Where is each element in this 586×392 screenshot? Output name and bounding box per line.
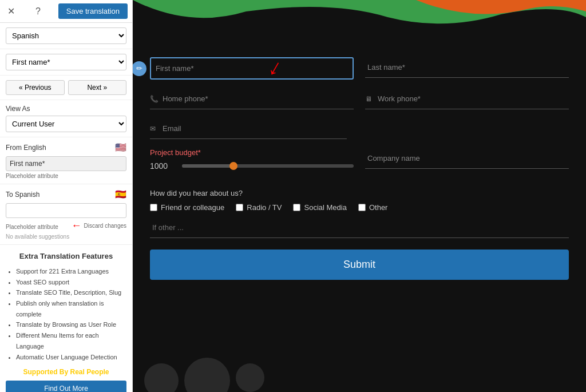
- email-row: ✉: [150, 118, 569, 139]
- list-item: Translate SEO Title, Description, Slug: [16, 287, 126, 298]
- checkbox-friend-input[interactable]: [150, 204, 157, 211]
- checkbox-row: Friend or colleague Radio / TV Social Me…: [150, 203, 569, 212]
- budget-row: 1000: [150, 161, 354, 171]
- checkbox-radio-tv-label: Radio / TV: [247, 203, 282, 212]
- top-bar: ✕ ? Save translation: [0, 0, 132, 23]
- budget-company-row: Project budget* 1000: [150, 148, 569, 180]
- work-phone-input[interactable]: [365, 89, 569, 109]
- checkbox-social-media[interactable]: Social Media: [293, 203, 346, 212]
- to-spanish-note: Placeholder attribute: [6, 224, 58, 230]
- email-icon: ✉: [150, 125, 156, 133]
- edit-pencil-icon[interactable]: ✏: [133, 61, 146, 76]
- work-phone-icon: 🖥: [365, 95, 372, 103]
- english-flag-icon: 🇺🇸: [115, 142, 126, 153]
- view-as-select[interactable]: Current User: [6, 116, 126, 132]
- hear-section: How did you hear about us? Friend or col…: [150, 189, 569, 238]
- home-phone-field: 📞: [150, 89, 354, 109]
- list-item: Yoast SEO support: [16, 277, 126, 288]
- checkbox-radio-tv-input[interactable]: [236, 204, 243, 211]
- help-button[interactable]: ?: [33, 5, 43, 18]
- close-button[interactable]: ✕: [5, 5, 18, 18]
- to-spanish-label: To Spanish: [6, 191, 39, 199]
- from-english-field: [6, 156, 126, 171]
- phone-icon: 📞: [150, 95, 159, 103]
- extra-features-section: Extra Translation Features Support for 2…: [0, 245, 132, 392]
- hear-label: How did you hear about us?: [150, 189, 569, 197]
- checkbox-other[interactable]: Other: [358, 203, 388, 212]
- list-item: Support for 221 Extra Languages: [16, 266, 126, 277]
- checkbox-social-media-input[interactable]: [293, 204, 300, 211]
- from-english-note: Placeholder attribute: [6, 173, 126, 179]
- list-item: Translate by Browsing as User Role: [16, 319, 126, 330]
- wave-decoration: [133, 0, 586, 34]
- view-as-section: View As Current User: [0, 100, 132, 137]
- right-panel: ↓ ✏ 📞 🖥 ✉: [133, 0, 586, 392]
- name-row: ✏: [150, 57, 569, 80]
- budget-slider[interactable]: [182, 164, 354, 168]
- decorative-circles: [144, 363, 264, 392]
- checkbox-other-input[interactable]: [358, 204, 366, 211]
- prev-button[interactable]: « Previous: [6, 80, 65, 95]
- find-out-more-button[interactable]: Find Out More: [6, 381, 126, 392]
- company-name-input[interactable]: [365, 148, 569, 169]
- no-suggestions: No available suggestions: [6, 233, 126, 240]
- checkbox-radio-tv[interactable]: Radio / TV: [236, 203, 282, 212]
- budget-value: 1000: [150, 161, 173, 171]
- checkbox-other-label: Other: [369, 203, 388, 212]
- form-area: ✏ 📞 🖥 ✉: [150, 57, 569, 375]
- extra-features-list: Support for 221 Extra Languages Yoast SE…: [6, 266, 126, 362]
- last-name-input[interactable]: [365, 57, 569, 78]
- deco-circle-3: [236, 363, 264, 392]
- spanish-flag-icon: 🇪🇸: [115, 189, 126, 200]
- budget-label: Project budget*: [150, 148, 354, 157]
- to-spanish-field[interactable]: [6, 203, 126, 218]
- arrow-indicator: ←: [72, 220, 82, 232]
- language-section: Spanish: [0, 23, 132, 49]
- supported-people-text: Supported By Real People: [6, 368, 126, 376]
- list-item: Automatic User Language Detection: [16, 352, 126, 363]
- if-other-input[interactable]: [150, 217, 569, 238]
- checkbox-friend[interactable]: Friend or colleague: [150, 203, 224, 212]
- list-item: Different Menu Items for each Language: [16, 330, 126, 351]
- home-phone-input[interactable]: [150, 89, 354, 109]
- company-field: [365, 148, 569, 169]
- deco-circle-1: [144, 363, 179, 392]
- from-english-label: From English: [6, 144, 46, 152]
- from-english-section: From English 🇺🇸 Placeholder attribute: [0, 137, 132, 184]
- field-section: First name*: [0, 49, 132, 76]
- field-select[interactable]: First name*: [6, 54, 126, 70]
- save-translation-button[interactable]: Save translation: [58, 3, 128, 19]
- email-input[interactable]: [150, 118, 347, 139]
- last-name-field: [365, 57, 569, 80]
- to-spanish-section: To Spanish 🇪🇸 Placeholder attribute ← Di…: [0, 184, 132, 245]
- submit-button[interactable]: Submit: [150, 250, 569, 280]
- checkbox-friend-label: Friend or colleague: [161, 203, 224, 212]
- first-name-field: ✏: [150, 57, 354, 80]
- next-button[interactable]: Next »: [68, 80, 127, 95]
- checkbox-social-media-label: Social Media: [304, 203, 346, 212]
- list-item: Publish only when translation is complet…: [16, 298, 126, 319]
- work-phone-field: 🖥: [365, 89, 569, 109]
- email-field: ✉: [150, 118, 347, 139]
- phone-row: 📞 🖥: [150, 89, 569, 109]
- left-panel: ✕ ? Save translation Spanish First name*…: [0, 0, 133, 392]
- discard-link[interactable]: Discard changes: [84, 223, 126, 229]
- language-select[interactable]: Spanish: [6, 27, 126, 44]
- nav-buttons: « Previous Next »: [0, 76, 132, 100]
- extra-features-title: Extra Translation Features: [6, 252, 126, 260]
- first-name-input[interactable]: [150, 57, 354, 80]
- budget-section: Project budget* 1000: [150, 148, 354, 171]
- view-as-label: View As: [6, 105, 126, 113]
